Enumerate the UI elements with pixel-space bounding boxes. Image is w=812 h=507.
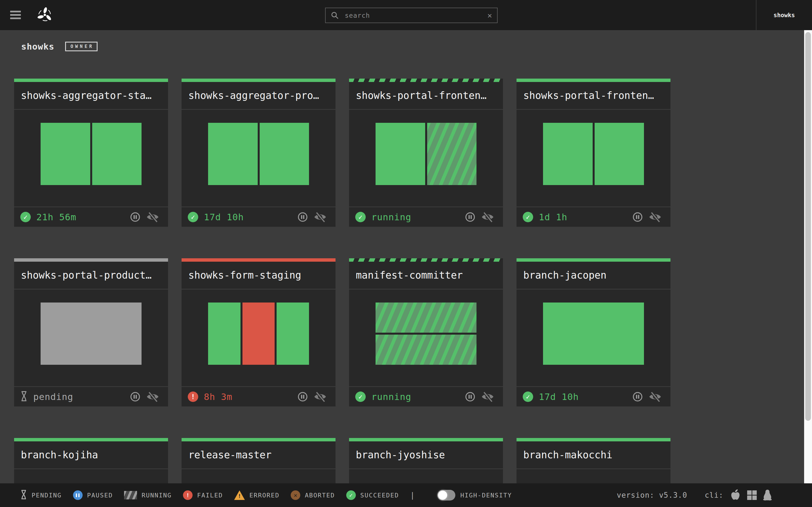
pipeline-card[interactable]: branch-jacopen ✓ 17d 10h [516, 258, 670, 406]
job-box-running[interactable] [427, 123, 477, 185]
concourse-logo-icon[interactable] [36, 6, 54, 25]
search-input[interactable] [345, 12, 488, 19]
pipeline-card[interactable]: showks-form-staging ! 8h 3m [182, 258, 336, 406]
legend-item-paused: PAUSED [73, 490, 113, 500]
aborted-circle-icon: ✕ [291, 490, 300, 500]
pipeline-footer: ✓ running [349, 207, 503, 227]
job-box-running[interactable] [375, 335, 476, 365]
owner-badge: OWNER [65, 42, 98, 51]
visibility-toggle-button[interactable] [481, 212, 495, 222]
job-box-succeeded[interactable] [543, 123, 593, 185]
pipeline-card-body [14, 110, 168, 207]
job-box-succeeded[interactable] [375, 123, 425, 185]
visibility-toggle-button[interactable] [648, 392, 662, 402]
pause-pipeline-button[interactable] [298, 212, 308, 222]
pipeline-card[interactable]: showks-portal-fronten… ✓ 1d 1h [516, 78, 670, 227]
user-menu[interactable]: showks [756, 0, 812, 30]
pipeline-status-banner [516, 258, 670, 262]
pause-pipeline-button[interactable] [298, 392, 308, 402]
pipeline-preview [41, 123, 142, 185]
job-box-failed[interactable] [243, 302, 275, 365]
errored-triangle-icon: ! [234, 490, 245, 500]
legend-item-failed: !FAILED [183, 490, 223, 500]
legend-item-succeeded: ✓SUCCEEDED [346, 490, 399, 500]
pipeline-preview [41, 302, 142, 365]
scrollbar-thumb[interactable] [805, 32, 811, 421]
visibility-toggle-button[interactable] [313, 392, 327, 402]
job-box-succeeded[interactable] [595, 123, 644, 185]
pipeline-card-header: manifest-committer [349, 262, 503, 290]
search-box[interactable]: ✕ [325, 8, 498, 23]
linux-icon[interactable] [763, 490, 772, 501]
pipeline-card[interactable]: showks-portal-fronten… ✓ running [349, 78, 503, 227]
version-text: version: v5.3.0 [617, 491, 688, 499]
pipeline-footer: ✓ 17d 10h [516, 386, 670, 406]
apple-icon[interactable] [731, 489, 741, 501]
high-density-group: HIGH-DENSITY [437, 490, 512, 501]
job-box-succeeded[interactable] [260, 123, 309, 185]
visibility-toggle-button[interactable] [146, 212, 160, 222]
pipeline-name: branch-kojiha [21, 449, 98, 460]
pipeline-card-body [182, 110, 336, 207]
windows-icon[interactable] [747, 490, 757, 500]
pipeline-card-header: showks-form-staging [182, 262, 336, 290]
pipeline-card-body [516, 290, 670, 386]
job-box-succeeded[interactable] [92, 123, 142, 185]
pipeline-card-body [349, 110, 503, 207]
top-bar: ✕ showks [0, 0, 812, 30]
pipeline-card-header: showks-aggregator-pro… [182, 82, 336, 110]
pause-circle-icon [73, 490, 83, 500]
pause-pipeline-button[interactable] [465, 212, 475, 222]
pipeline-card-body [349, 290, 503, 386]
status-legend: PENDINGPAUSEDRUNNING!FAILED!ERRORED✕ABOR… [20, 490, 399, 501]
visibility-toggle-button[interactable] [313, 212, 327, 222]
pipeline-name: branch-jyoshise [356, 449, 445, 460]
pipeline-preview [543, 302, 644, 365]
check-circle-icon: ✓ [523, 392, 533, 402]
pipeline-preview [208, 123, 309, 185]
pipeline-footer: ✓ 1d 1h [516, 207, 670, 227]
pipeline-name: showks-portal-fronten… [356, 90, 487, 101]
job-box-succeeded[interactable] [208, 123, 258, 185]
pause-pipeline-button[interactable] [633, 392, 643, 402]
visibility-toggle-button[interactable] [481, 392, 495, 402]
username: showks [774, 12, 795, 18]
high-density-label: HIGH-DENSITY [460, 492, 512, 499]
pipeline-name: release-master [188, 449, 271, 460]
pipeline-card-body [516, 110, 670, 207]
job-box-succeeded[interactable] [543, 302, 644, 365]
pause-pipeline-button[interactable] [465, 392, 475, 402]
pipeline-name: showks-portal-product… [21, 270, 152, 281]
visibility-toggle-button[interactable] [648, 212, 662, 222]
job-box-succeeded[interactable] [208, 302, 241, 365]
pause-pipeline-button[interactable] [130, 392, 140, 402]
job-box-succeeded[interactable] [41, 123, 90, 185]
pipeline-card[interactable]: manifest-committer ✓ running [349, 258, 503, 406]
pipeline-footer: ✓ running [349, 386, 503, 406]
high-density-toggle[interactable] [437, 490, 455, 501]
failed-circle-icon: ! [183, 490, 193, 500]
pipeline-name: showks-form-staging [188, 270, 301, 281]
cli-label: cli: [705, 491, 723, 499]
clear-search-icon[interactable]: ✕ [488, 11, 492, 19]
check-circle-icon: ✓ [20, 212, 31, 222]
hourglass-icon [20, 490, 27, 501]
pipeline-status-text: 17d 10h [204, 212, 292, 223]
pipeline-status-banner [349, 438, 503, 441]
job-box-succeeded[interactable] [276, 302, 309, 365]
job-box-pending[interactable] [41, 302, 142, 365]
scrollbar-track[interactable] [804, 30, 812, 483]
pause-pipeline-button[interactable] [633, 212, 643, 222]
pipeline-name: manifest-committer [356, 270, 463, 281]
legend-item-errored: !ERRORED [234, 490, 280, 500]
pipeline-card[interactable]: showks-portal-product… pending [14, 258, 168, 406]
pipeline-status-text: 21h 56m [36, 212, 124, 223]
pipeline-card[interactable]: showks-aggregator-pro… ✓ 17d 10h [182, 78, 336, 227]
menu-icon[interactable] [10, 11, 21, 19]
pipeline-name: showks-portal-fronten… [523, 90, 654, 101]
visibility-toggle-button[interactable] [146, 392, 160, 402]
pause-pipeline-button[interactable] [130, 212, 140, 222]
pipeline-card[interactable]: showks-aggregator-sta… ✓ 21h 56m [14, 78, 168, 227]
job-box-running[interactable] [375, 302, 476, 333]
pipeline-preview [375, 123, 476, 185]
